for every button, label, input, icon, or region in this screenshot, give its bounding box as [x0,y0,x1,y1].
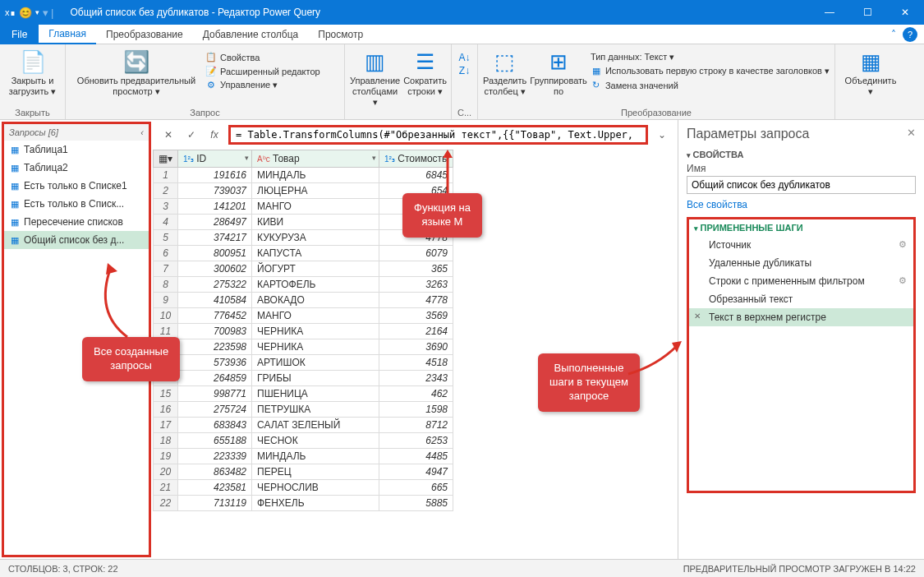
table-row[interactable]: 16275724ПЕТРУШКА1598 [154,402,453,418]
first-row-headers-button[interactable]: ▦Использовать первую строку в качестве з… [591,64,830,78]
table-row[interactable]: 15998771ПШЕНИЦА462 [154,386,453,402]
table-row[interactable]: 12223598ЧЕРНИКА3690 [154,339,453,355]
query-item[interactable]: ▦Пересечение списков [4,213,149,231]
query-item[interactable]: ▦Есть только в Списк... [4,195,149,213]
query-name-input[interactable] [687,176,916,194]
query-settings-panel: Параметры запроса✕ СВОЙСТВА Имя Все свой… [678,120,924,559]
table-row[interactable]: 8275322КАРТОФЕЛЬ3263 [154,277,453,293]
applied-steps-header[interactable]: ПРИМЕНЕННЫЕ ШАГИ [694,223,908,233]
properties-button[interactable]: 📋Свойства [205,50,320,64]
applied-step[interactable]: Строки с примененным фильтром⚙ [689,272,913,290]
manage-columns-button[interactable]: ▥Управление столбцами ▾ [350,47,400,108]
window-title: Общий список без дубликатов - Редактор P… [54,7,811,18]
manage-button[interactable]: ⚙Управление ▾ [205,78,320,92]
table-row[interactable]: 6800951КАПУСТА6079 [154,246,453,261]
column-header-tovar[interactable]: Aᵇc Товар▾ [252,150,379,168]
maximize-button[interactable]: ☐ [848,0,886,25]
titlebar: x∎ 😊 ▾ ▾ | Общий список без дубликатов -… [0,0,924,25]
name-label: Имя [687,163,916,174]
replace-values-button[interactable]: ↻Замена значений [591,78,830,92]
table-row[interactable]: 22713119ФЕНХЕЛЬ5885 [154,496,453,511]
applied-step[interactable]: Удаленные дубликаты [689,254,913,272]
tab-transform[interactable]: Преобразование [96,25,193,44]
status-right: ПРЕДВАРИТЕЛЬНЫЙ ПРОСМОТР ЗАГРУЖЕН В 14:2… [683,564,916,574]
group-close-label: Закрыть [5,108,60,119]
gear-icon[interactable]: ⚙ [899,275,907,287]
tab-file[interactable]: File [0,25,39,44]
all-properties-link[interactable]: Все свойства [687,199,916,210]
fx-button[interactable]: fx [205,126,223,144]
reduce-rows-button[interactable]: ☰Сократить строки ▾ [403,47,447,97]
properties-section-header[interactable]: СВОЙСТВА [687,150,916,159]
ribbon: 📄Закрыть и загрузить ▾ Закрыть 🔄Обновить… [0,44,924,120]
formula-bar[interactable] [228,125,648,145]
datatype-button[interactable]: Тип данных: Текст ▾ [591,50,830,64]
column-header-id[interactable]: 1²₃ ID▾ [178,150,252,168]
group-by-button[interactable]: ⊞Группировать по [530,47,587,97]
callout-queries: Все созданные запросы [82,337,180,381]
query-item[interactable]: ▦Таблица1 [4,141,149,159]
sort-asc-button[interactable]: A↓ [458,52,470,63]
tab-addcolumn[interactable]: Добавление столбца [193,25,309,44]
query-item[interactable]: ▦Есть только в Списке1 [4,177,149,195]
table-row[interactable]: 21423581ЧЕРНОСЛИВ665 [154,480,453,496]
column-header-cost[interactable]: 1²₃ Стоимость▾ [379,150,453,168]
group-sort-label: С... [457,108,472,119]
query-item[interactable]: ▦Таблица2 [4,159,149,177]
queries-header[interactable]: Запросы [6]‹ [4,124,149,141]
corner-cell[interactable]: ▦▾ [154,150,178,168]
minimize-button[interactable]: — [811,0,848,25]
settings-title: Параметры запроса✕ [687,127,916,141]
accept-formula-button[interactable]: ✓ [182,126,200,144]
group-query-label: Запрос [71,108,339,119]
table-row[interactable]: 11700983ЧЕРНИКА2164 [154,324,453,339]
table-row[interactable]: 18655188ЧЕСНОК6253 [154,433,453,449]
dropdown-icon[interactable]: ▾ [35,8,39,16]
table-row[interactable]: 7300602ЙОГУРТ365 [154,261,453,277]
group-combine-label [840,108,901,119]
collapse-ribbon-icon[interactable]: ˄ [891,29,896,40]
table-row[interactable]: 14264859ГРИБЫ2343 [154,371,453,386]
gear-icon[interactable]: ⚙ [899,239,907,251]
applied-step[interactable]: Источник⚙ [689,236,913,254]
excel-icon: x∎ [5,7,16,18]
tab-home[interactable]: Главная [39,25,96,44]
center-panel: ✕ ✓ fx ⌄ ▦▾ 1²₃ ID▾ Aᵇc Товар▾ 1²₃ Стоим… [153,120,678,559]
applied-step[interactable]: Текст в верхнем регистре [689,308,913,326]
table-row[interactable]: 19223339МИНДАЛЬ4485 [154,449,453,464]
close-button[interactable]: ✕ [886,0,924,25]
table-row[interactable]: 10776452МАНГО3569 [154,308,453,324]
refresh-preview-button[interactable]: 🔄Обновить предварительный просмотр ▾ [71,47,202,97]
table-row[interactable]: 20863482ПЕРЕЦ4947 [154,464,453,480]
status-bar: СТОЛБЦОВ: 3, СТРОК: 22 ПРЕДВАРИТЕЛЬНЫЙ П… [0,559,924,577]
menu-bar: File Главная Преобразование Добавление с… [0,25,924,44]
table-row[interactable]: 1191616МИНДАЛЬ6845 [154,168,453,183]
tab-view[interactable]: Просмотр [308,25,373,44]
sort-desc-button[interactable]: Z↓ [459,65,470,76]
callout-steps: Выполненные шаги в текущем запросе [538,353,640,412]
split-column-button[interactable]: ⬚Разделить столбец ▾ [483,47,526,97]
group-transform-label: Преобразование [483,108,830,119]
smiley-icon: 😊 [19,7,32,19]
close-load-button[interactable]: 📄Закрыть и загрузить ▾ [5,47,60,97]
applied-step[interactable]: Обрезанный текст [689,290,913,308]
separator: ▾ | [43,7,54,19]
query-item[interactable]: ▦Общий список без д... [4,231,149,249]
callout-formula: Функция на языке М [402,193,482,238]
group-cols-label [350,108,446,120]
applied-steps-box: ПРИМЕНЕННЫЕ ШАГИ Источник⚙Удаленные дубл… [687,217,916,493]
table-row[interactable]: 13573936АРТИШОК4518 [154,355,453,371]
table-row[interactable]: 17683843САЛАТ ЗЕЛЕНЫЙ8712 [154,418,453,433]
formula-dropdown-button[interactable]: ⌄ [653,126,671,144]
collapse-icon[interactable]: ‹ [140,127,144,137]
combine-button[interactable]: ▦Объединить ▾ [840,47,901,97]
status-left: СТОЛБЦОВ: 3, СТРОК: 22 [8,564,118,574]
close-panel-icon[interactable]: ✕ [907,127,916,141]
table-row[interactable]: 9410584АВОКАДО4778 [154,293,453,308]
help-icon[interactable]: ? [903,27,917,42]
advanced-editor-button[interactable]: 📝Расширенный редактор [205,64,320,78]
cancel-formula-button[interactable]: ✕ [159,126,177,144]
